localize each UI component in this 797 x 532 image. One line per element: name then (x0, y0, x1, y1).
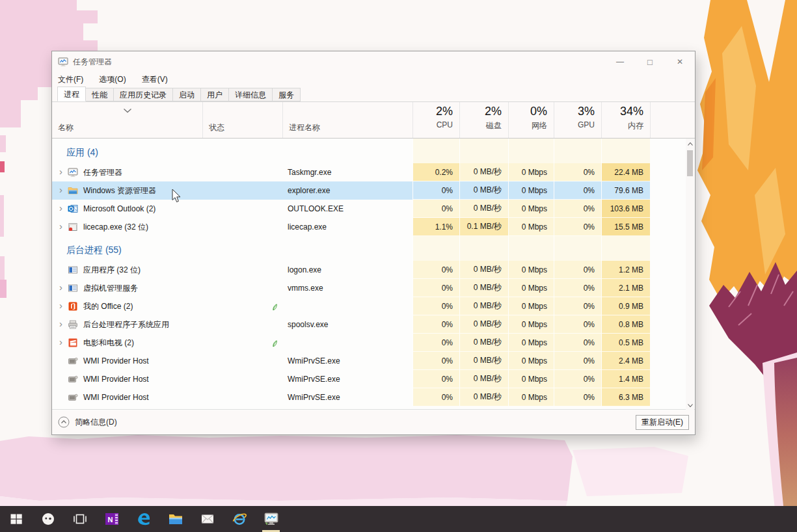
process-exe-label: licecap.exe (282, 218, 412, 236)
table-row[interactable]: › 任务管理器 Taskmgr.exe 0.2% 0 MB/秒 0 Mbps 0… (52, 163, 695, 181)
restart-button[interactable]: 重新启动(E) (636, 415, 689, 430)
column-cpu[interactable]: 2% CPU (412, 102, 459, 138)
menu-file[interactable]: 文件(F) (58, 74, 83, 85)
titlebar[interactable]: 任务管理器 — □ ✕ (52, 51, 695, 72)
process-group-header[interactable]: 后台进程 (55) (52, 236, 695, 261)
network-value: 0 Mbps (508, 163, 554, 181)
column-gpu[interactable]: 3% GPU (554, 102, 601, 138)
task-manager-window: 任务管理器 — □ ✕ 文件(F) 选项(O) 查看(V) 进程 性能 应用历史… (51, 51, 696, 435)
expand-chevron-icon[interactable]: › (59, 185, 68, 194)
disk-value: 0 MB/秒 (459, 315, 508, 334)
tabbar: 进程 性能 应用历史记录 启动 用户 详细信息 服务 (52, 87, 695, 102)
process-group-header[interactable]: 应用 (4) (52, 139, 695, 163)
gpu-value: 0% (554, 279, 601, 297)
column-name[interactable]: 名称 (52, 102, 202, 138)
table-row[interactable]: › WMI Provider Host WmiPrvSE.exe 0% 0 MB… (52, 352, 695, 370)
expand-chevron-icon[interactable]: › (59, 221, 68, 231)
expand-chevron-icon[interactable]: › (59, 337, 68, 347)
taskbar-task-view-button[interactable] (64, 506, 96, 532)
tab-performance[interactable]: 性能 (85, 88, 114, 101)
menu-view[interactable]: 查看(V) (142, 74, 168, 85)
defaultapp-icon (68, 283, 78, 293)
network-value: 0 Mbps (508, 218, 554, 236)
table-row[interactable]: › WMI Provider Host WmiPrvSE.exe 0% 0 MB… (52, 388, 695, 406)
table-row[interactable]: › Windows 资源管理器 explorer.exe 0% 0 MB/秒 0… (52, 181, 695, 200)
tab-startup[interactable]: 启动 (172, 88, 201, 101)
tab-services[interactable]: 服务 (272, 88, 301, 101)
process-name-label: Microsoft Outlook (2) (83, 204, 155, 213)
column-memory[interactable]: 34% 内存 (601, 102, 650, 138)
taskmgr-icon (68, 167, 78, 178)
process-name-label: WMI Provider Host (83, 356, 149, 366)
cpu-value: 0% (412, 200, 459, 218)
disk-value: 0 MB/秒 (459, 279, 508, 297)
network-value: 0 Mbps (508, 315, 554, 334)
taskbar-mail-button[interactable] (191, 506, 223, 532)
outlook-icon: O (68, 204, 78, 214)
suspended-leaf-icon (269, 338, 278, 348)
disk-value: 0 MB/秒 (459, 163, 508, 181)
memory-value: 15.5 MB (601, 218, 650, 236)
expand-chevron-icon[interactable]: › (59, 203, 68, 213)
column-disk[interactable]: 2% 磁盘 (459, 102, 508, 138)
memory-value: 22.4 MB (601, 163, 650, 181)
disk-value: 0 MB/秒 (459, 388, 508, 406)
tab-app-history[interactable]: 应用历史记录 (113, 88, 173, 101)
column-status[interactable]: 状态 (202, 102, 282, 138)
process-exe-label: WmiPrvSE.exe (282, 352, 412, 370)
minimize-button[interactable]: — (605, 51, 635, 72)
disk-value: 0 MB/秒 (459, 370, 508, 388)
taskbar: N (0, 506, 797, 532)
column-spacer (650, 102, 695, 138)
table-row[interactable]: › 电影和电视 (2) 0% 0 MB/秒 0 Mbps 0% 0.5 MB (52, 334, 695, 352)
memory-value: 79.6 MB (601, 181, 650, 200)
scroll-up-icon[interactable] (686, 139, 694, 149)
cpu-value: 1.1% (412, 218, 459, 236)
window-title: 任务管理器 (73, 57, 112, 68)
suspended-leaf-icon (269, 302, 278, 312)
table-row[interactable]: › 我的 Office (2) 0% 0 MB/秒 0 Mbps 0% 0.9 … (52, 297, 695, 315)
taskbar-edge-button[interactable] (128, 506, 159, 532)
taskbar-internet-explorer-button[interactable] (223, 506, 255, 532)
column-network[interactable]: 0% 网络 (508, 102, 554, 138)
process-name-label: 电影和电视 (2) (83, 338, 134, 349)
maximize-button[interactable]: □ (635, 51, 665, 72)
close-button[interactable]: ✕ (665, 51, 695, 72)
tab-details[interactable]: 详细信息 (228, 88, 273, 101)
expand-chevron-icon[interactable]: › (59, 282, 68, 292)
gpu-value: 0% (554, 297, 601, 315)
movies-icon (68, 338, 78, 348)
expand-chevron-icon[interactable]: › (59, 319, 68, 328)
scrollbar-thumb[interactable] (687, 150, 693, 176)
taskbar-cortana-button[interactable] (32, 506, 64, 532)
taskbar-onenote-button[interactable]: N (96, 506, 128, 532)
licecap-icon (68, 222, 78, 232)
table-row[interactable]: › 应用程序 (32 位) logon.exe 0% 0 MB/秒 0 Mbps… (52, 261, 695, 279)
tab-users[interactable]: 用户 (200, 88, 229, 101)
svg-text:O: O (69, 206, 74, 212)
chevron-up-circle-icon (58, 416, 70, 428)
gpu-value: 0% (554, 261, 601, 279)
gpu-value: 0% (554, 218, 601, 236)
table-row[interactable]: › WMI Provider Host WmiPrvSE.exe 0% 0 MB… (52, 370, 695, 388)
details-toggle[interactable]: 简略信息(D) (58, 416, 117, 428)
menu-options[interactable]: 选项(O) (99, 74, 126, 85)
folder-icon (68, 185, 78, 196)
taskbar-file-explorer-button[interactable] (159, 506, 191, 532)
expand-chevron-icon[interactable]: › (59, 166, 68, 176)
tab-processes[interactable]: 进程 (57, 86, 86, 101)
expand-chevron-icon[interactable]: › (59, 300, 68, 310)
process-name-label: 任务管理器 (83, 167, 122, 178)
taskbar-start-button[interactable] (0, 506, 32, 532)
cpu-value: 0% (412, 334, 459, 352)
taskbar-task-manager-button[interactable] (255, 506, 287, 532)
table-row[interactable]: › O Microsoft Outlook (2) OUTLOOK.EXE 0%… (52, 200, 695, 218)
column-process-name[interactable]: 进程名称 (282, 102, 412, 138)
scroll-down-icon[interactable] (686, 400, 694, 410)
table-row[interactable]: › 后台处理程序子系统应用 spoolsv.exe 0% 0 MB/秒 0 Mb… (52, 315, 695, 334)
table-row[interactable]: › 虚拟机管理服务 vmms.exe 0% 0 MB/秒 0 Mbps 0% 2… (52, 279, 695, 297)
scrollbar[interactable] (686, 139, 694, 410)
cpu-value: 0% (412, 352, 459, 370)
table-row[interactable]: › licecap.exe (32 位) licecap.exe 1.1% 0.… (52, 218, 695, 236)
process-name-label: 应用程序 (32 位) (83, 265, 141, 276)
